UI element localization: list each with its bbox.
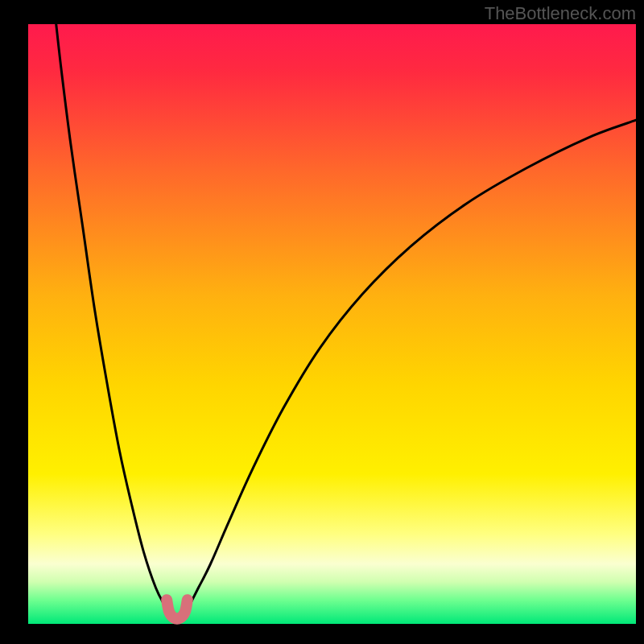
chart-area (0, 0, 644, 644)
watermark-text: TheBottleneck.com (485, 3, 636, 24)
chart-svg (0, 0, 644, 644)
chart-background (28, 24, 636, 624)
